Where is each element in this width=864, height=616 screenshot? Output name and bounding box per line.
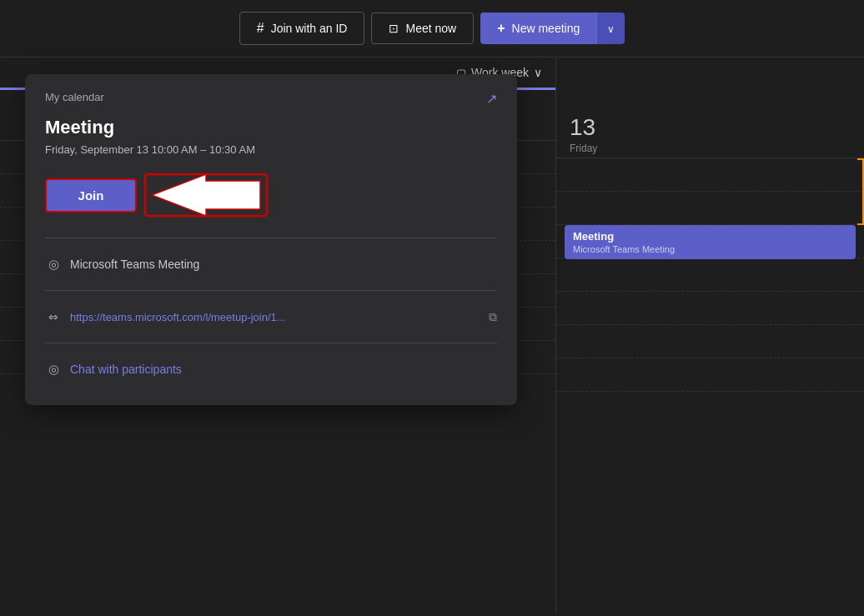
- plus-icon: [497, 21, 505, 36]
- day-col-friday[interactable]: 13 Friday: [556, 108, 864, 158]
- video-icon: [389, 22, 399, 35]
- meeting-link[interactable]: https://teams.microsoft.com/l/meetup-joi…: [70, 311, 286, 323]
- meeting-event-subtitle: Microsoft Teams Meeting: [573, 244, 847, 254]
- meet-now-label: Meet now: [405, 22, 456, 35]
- join-with-id-button[interactable]: Join with an ID: [239, 12, 365, 45]
- join-button[interactable]: Join: [45, 178, 137, 213]
- popup-header: My calendar ↗: [45, 91, 497, 107]
- new-meeting-group: New meeting: [480, 13, 625, 44]
- meeting-event-block[interactable]: Meeting Microsoft Teams Meeting: [565, 225, 856, 259]
- chat-icon: [45, 362, 62, 377]
- new-meeting-button[interactable]: New meeting: [480, 13, 596, 44]
- grid-line: [556, 158, 864, 192]
- popup-divider: [45, 238, 497, 238]
- grid-line: [556, 258, 864, 292]
- meeting-popup: My calendar ↗ Meeting Friday, September …: [25, 74, 517, 405]
- link-icon: [45, 309, 62, 324]
- popup-join-area: Join: [45, 173, 497, 218]
- calendar-right: 13 Friday Meeting Microsoft Teams Meetin…: [555, 58, 864, 613]
- right-day-number: 13: [570, 114, 864, 141]
- new-meeting-dropdown-button[interactable]: [596, 13, 625, 44]
- location-icon: [45, 257, 62, 272]
- join-with-id-label: Join with an ID: [271, 22, 348, 35]
- new-meeting-label: New meeting: [512, 22, 580, 35]
- teams-meeting-label: Microsoft Teams Meeting: [70, 258, 199, 271]
- arrow-svg: [143, 173, 269, 218]
- grid-line: [556, 192, 864, 225]
- popup-calendar-label: My calendar: [45, 91, 104, 103]
- popup-title: Meeting: [45, 117, 497, 138]
- teams-meeting-row: Microsoft Teams Meeting: [45, 248, 497, 280]
- calendar-left: Work week ∨ 12 Thursday My calendar: [0, 58, 555, 613]
- right-day-header-row: 13 Friday: [556, 108, 864, 158]
- popup-datetime: Friday, September 13 10:00 AM – 10:30 AM: [45, 143, 497, 156]
- chat-row[interactable]: Chat with participants: [45, 353, 497, 385]
- bracket-decoration: [857, 158, 864, 225]
- expand-icon[interactable]: ↗: [486, 91, 497, 107]
- calendar-area: Work week ∨ 12 Thursday My calendar: [0, 58, 864, 613]
- grid-line: [556, 358, 864, 392]
- meeting-event-title: Meeting: [573, 230, 847, 243]
- grid-line: [556, 325, 864, 358]
- grid-line: [556, 292, 864, 325]
- right-calendar-grid: Meeting Microsoft Teams Meeting: [556, 158, 864, 408]
- chat-label: Chat with participants: [70, 363, 182, 376]
- popup-divider: [45, 290, 497, 291]
- svg-marker-1: [152, 174, 260, 216]
- meeting-link-row: https://teams.microsoft.com/l/meetup-joi…: [45, 301, 497, 333]
- chevron-down-icon: [607, 23, 615, 35]
- chevron-icon: ∨: [534, 66, 542, 79]
- meet-now-button[interactable]: Meet now: [371, 13, 474, 44]
- hash-icon: [257, 21, 264, 36]
- popup-divider: [45, 343, 497, 343]
- copy-icon[interactable]: [489, 309, 497, 324]
- right-day-label: Friday: [570, 143, 864, 154]
- toolbar: Join with an ID Meet now New meeting: [0, 0, 864, 58]
- arrow-annotation: [143, 173, 269, 218]
